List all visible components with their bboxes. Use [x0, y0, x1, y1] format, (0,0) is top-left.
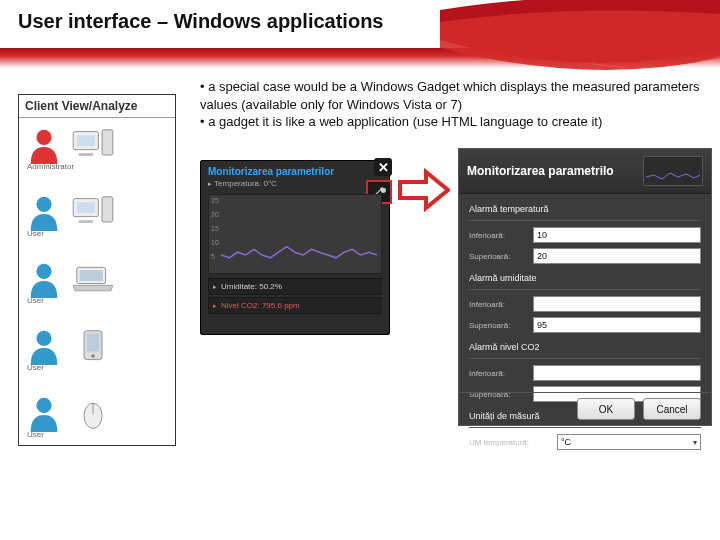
gadget-window: ✕ Monitorizarea parametrilor ▸ Temperatu…: [200, 160, 390, 335]
mouse-icon: [71, 396, 115, 432]
label-inf: Inferioară:: [469, 231, 527, 240]
laptop-icon: [71, 262, 115, 298]
label-um: UM temperatură:: [469, 438, 551, 447]
input-hum-sup[interactable]: 95: [533, 317, 701, 333]
bullet-2: • a gadget it is like a web application …: [200, 113, 702, 131]
svg-rect-8: [102, 197, 113, 222]
input-co2-inf[interactable]: [533, 365, 701, 381]
svg-point-5: [36, 197, 51, 212]
svg-point-13: [36, 331, 51, 346]
label-inf: Inferioară:: [469, 369, 527, 378]
person-red-icon: [25, 126, 63, 164]
svg-rect-15: [87, 334, 100, 352]
person-blue-icon: [25, 327, 63, 365]
label-sup: Superioară:: [469, 321, 527, 330]
settings-dialog: Monitorizarea parametrilo Alarmă tempera…: [458, 148, 712, 426]
dialog-preview-thumbnail: [643, 156, 703, 186]
pda-icon: [71, 329, 115, 365]
cancel-button[interactable]: Cancel: [643, 398, 701, 420]
section-hum: Alarmă umiditate: [469, 273, 701, 283]
slide-header: User interface – Windows applications: [0, 0, 720, 80]
person-blue-icon: [25, 193, 63, 231]
svg-rect-4: [79, 153, 93, 156]
svg-rect-7: [77, 202, 95, 213]
bullet-1: • a special case would be a Windows Gadg…: [200, 78, 702, 113]
svg-rect-12: [80, 270, 103, 281]
arrow-right-icon: [398, 168, 450, 212]
section-co2: Alarmă nivel CO2: [469, 342, 701, 352]
label-sup: Superioară:: [469, 252, 527, 261]
chart-line: [209, 195, 381, 273]
user-row-admin: [25, 126, 169, 164]
input-temp-inf[interactable]: 10: [533, 227, 701, 243]
svg-point-17: [36, 398, 51, 413]
ok-button[interactable]: OK: [577, 398, 635, 420]
desktop-icon: [71, 128, 115, 164]
gadget-chart: 25 20 15 10 5: [208, 194, 382, 274]
bullet-text: • a special case would be a Windows Gadg…: [200, 78, 702, 131]
svg-rect-9: [79, 220, 93, 223]
person-blue-icon: [25, 394, 63, 432]
dialog-title: Monitorizarea parametrilo: [467, 164, 643, 178]
user-row: [25, 394, 169, 432]
gadget-subtitle: Temperatura: 0°C: [214, 179, 277, 188]
desktop-icon: [71, 195, 115, 231]
user-row: [25, 260, 169, 298]
input-temp-sup[interactable]: 20: [533, 248, 701, 264]
svg-point-10: [36, 264, 51, 279]
gadget-row-humidity[interactable]: ▸Umiditate: 50.2%: [208, 278, 382, 295]
dialog-header: Monitorizarea parametrilo: [459, 149, 711, 194]
client-view-heading: Client View/Analyze: [19, 95, 175, 118]
client-view-panel: Client View/Analyze Administrator User: [18, 94, 176, 446]
input-hum-inf[interactable]: [533, 296, 701, 312]
person-blue-icon: [25, 260, 63, 298]
dialog-footer: OK Cancel: [459, 392, 711, 425]
user-row: [25, 193, 169, 231]
svg-point-0: [36, 130, 51, 145]
chevron-down-icon: ▾: [693, 438, 697, 447]
user-row: [25, 327, 169, 365]
gadget-row-co2[interactable]: ▸Nivel CO2: 795.6 ppm: [208, 297, 382, 314]
section-temp: Alarmă temperatură: [469, 204, 701, 214]
svg-rect-3: [102, 130, 113, 155]
select-um-temp[interactable]: °C▾: [557, 434, 701, 450]
gadget-title: Monitorizarea parametrilor: [200, 160, 390, 179]
svg-rect-2: [77, 135, 95, 146]
slide-title: User interface – Windows applications: [18, 10, 720, 33]
svg-point-16: [91, 354, 95, 358]
header-underline: [0, 48, 720, 68]
close-icon[interactable]: ✕: [374, 158, 392, 176]
label-inf: Inferioară:: [469, 300, 527, 309]
